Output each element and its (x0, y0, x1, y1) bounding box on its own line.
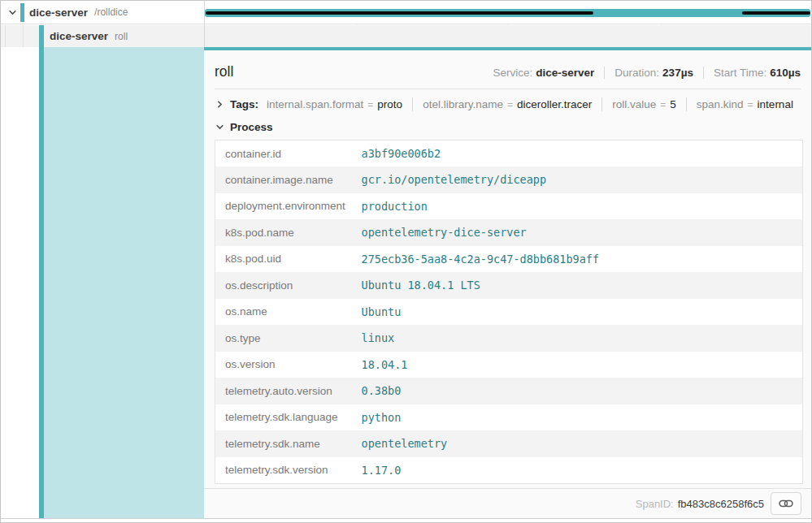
tags-label: Tags: (230, 98, 258, 110)
tag: internal.span.format=proto (267, 98, 402, 110)
tag: roll.value=5 (612, 98, 676, 110)
kv-key: telemetry.auto.version (215, 378, 362, 404)
kv-key: os.name (215, 299, 362, 326)
span-detail-header: roll Service:dice-server Duration:237µs … (212, 50, 803, 89)
kv-key: os.version (215, 352, 362, 378)
kv-value: 275ecb36-5aa8-4c2a-9c47-d8bb681b9aff (362, 246, 803, 273)
table-row: telemetry.sdk.nameopentelemetry (215, 430, 803, 457)
span-meta: Service:dice-server Duration:237µs Start… (493, 67, 801, 79)
service-color-bar (20, 3, 24, 22)
table-row: os.descriptionUbuntu 18.04.1 LTS (215, 272, 803, 299)
tag-key: span.kind (697, 98, 744, 110)
tag-value: 5 (670, 98, 676, 110)
span-row-roll-selected[interactable]: dice-server roll 237µs (1, 25, 811, 47)
meta-label: Duration: (614, 67, 659, 79)
kv-value: opentelemetry (362, 430, 803, 457)
kv-value: opentelemetry-dice-server (362, 219, 803, 246)
service-name: dice-server (50, 30, 108, 42)
span-title: roll (215, 63, 233, 80)
operation-name: /rolldice (94, 6, 128, 18)
meta-value: 610µs (770, 67, 801, 79)
process-accordion-header[interactable]: Process (212, 118, 803, 140)
spanid-label: SpanID: (636, 498, 674, 510)
tag-value: internal (758, 98, 793, 110)
detail-left-column (1, 47, 204, 518)
kv-key: telemetry.sdk.language (215, 404, 362, 431)
span-name-cell-rolldice[interactable]: dice-server /rolldice (1, 1, 204, 24)
service-color-bar (39, 25, 44, 47)
kv-key: telemetry.sdk.version (215, 457, 362, 484)
table-row: container.image.namegcr.io/opentelemetry… (215, 166, 803, 193)
tag-separator (601, 97, 602, 111)
chevron-down-icon (7, 7, 18, 18)
meta-value: dice-server (536, 67, 594, 79)
equals-sign: = (367, 99, 373, 110)
span-row-rolldice[interactable]: dice-server /rolldice (1, 1, 811, 24)
tags-accordion-header[interactable]: Tags: internal.span.format=proto otel.li… (212, 89, 803, 118)
table-row: telemetry.auto.version0.38b0 (215, 378, 803, 404)
process-kv-table: container.ida3bf90e006b2 container.image… (215, 140, 803, 484)
span-bar-rolldice[interactable] (205, 9, 810, 17)
spanid-value: fb483c8c6258f6c5 (678, 498, 764, 510)
tag-separator (412, 97, 413, 111)
kv-value: gcr.io/opentelemetry/diceapp (362, 166, 803, 193)
operation-name: roll (115, 31, 128, 42)
kv-value: 0.38b0 (362, 378, 803, 404)
meta-service: Service:dice-server (493, 67, 594, 79)
kv-value: python (362, 404, 803, 431)
trace-timeline: dice-server /rolldice dice-server roll 2… (1, 1, 811, 47)
kv-value: 1.17.0 (362, 457, 803, 484)
kv-key: k8s.pod.uid (215, 246, 362, 273)
span-name-cell-roll[interactable]: dice-server roll (1, 25, 204, 47)
span-detail-panel: roll Service:dice-server Duration:237µs … (204, 47, 811, 518)
span-detail-footer: SpanID: fb483c8c6258f6c5 (204, 488, 811, 518)
kv-key: container.id (215, 140, 362, 167)
tag: otel.library.name=diceroller.tracer (423, 98, 592, 110)
table-row: deployment.environmentproduction (215, 193, 803, 220)
jaeger-trace-span-detail-page: dice-server /rolldice dice-server roll 2… (0, 0, 812, 523)
meta-separator (604, 67, 605, 79)
table-row: telemetry.sdk.version1.17.0 (215, 457, 803, 484)
span-detail-row: roll Service:dice-server Duration:237µs … (1, 47, 811, 518)
kv-key: deployment.environment (215, 193, 362, 220)
meta-label: Service: (493, 67, 532, 79)
kv-value: a3bf90e006b2 (362, 140, 803, 167)
equals-sign: = (507, 99, 513, 110)
tag-separator (686, 97, 687, 111)
meta-label: Start Time: (714, 67, 766, 79)
span-bar-self-time-segment (742, 11, 810, 15)
process-label: Process (230, 121, 273, 133)
meta-start-time: Start Time:610µs (714, 67, 801, 79)
equals-sign: = (660, 99, 666, 110)
chevron-down-icon (215, 122, 225, 132)
deep-link-button[interactable] (771, 492, 801, 515)
selected-span-tint (44, 47, 204, 518)
service-name: dice-server (29, 6, 88, 19)
meta-duration: Duration:237µs (614, 67, 693, 79)
name-column-divider[interactable] (204, 1, 205, 47)
kv-value: Ubuntu 18.04.1 LTS (362, 272, 803, 299)
kv-key: os.type (215, 325, 362, 352)
meta-separator (703, 67, 704, 79)
table-row: k8s.pod.nameopentelemetry-dice-server (215, 219, 803, 246)
table-row: telemetry.sdk.languagepython (215, 404, 803, 431)
kv-key: telemetry.sdk.name (215, 430, 362, 457)
tag-key: otel.library.name (423, 98, 503, 110)
kv-key: os.description (215, 272, 362, 299)
table-row: k8s.pod.uid275ecb36-5aa8-4c2a-9c47-d8bb6… (215, 246, 803, 273)
span-bar-self-time-segment (206, 11, 593, 15)
link-icon (779, 498, 793, 509)
page-bottom-strip (1, 518, 811, 522)
table-row: os.typelinux (215, 325, 803, 352)
collapse-toggle[interactable] (7, 6, 18, 18)
kv-value: linux (362, 325, 803, 352)
table-row: container.ida3bf90e006b2 (215, 140, 803, 167)
tag: span.kind=internal (697, 98, 793, 110)
tag-key: roll.value (612, 98, 656, 110)
chevron-right-icon (215, 99, 225, 110)
equals-sign: = (748, 99, 753, 110)
kv-value: 18.04.1 (362, 352, 803, 378)
tag-value: diceroller.tracer (517, 98, 592, 110)
kv-key: container.image.name (215, 166, 362, 193)
meta-value: 237µs (662, 67, 693, 79)
